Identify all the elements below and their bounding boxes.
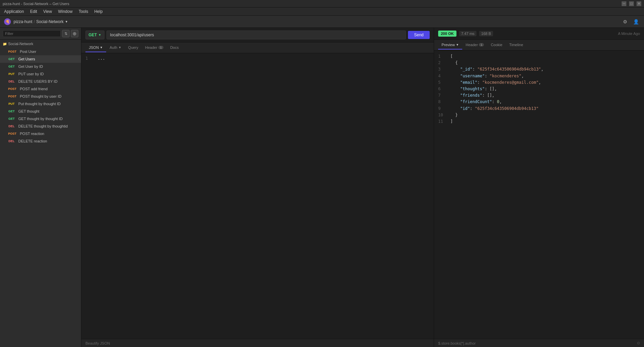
minimize-button[interactable]: ─ bbox=[622, 1, 626, 6]
chevron-down-icon: ▼ bbox=[118, 46, 121, 49]
chevron-down-icon: ▼ bbox=[65, 20, 68, 23]
request-tabs: JSON ▼ Auth ▼ Query Header 1 Docs bbox=[81, 42, 434, 53]
close-button[interactable]: ✕ bbox=[637, 1, 641, 6]
sidebar-item-post-add-friend[interactable]: POST POST add friend bbox=[0, 85, 81, 93]
sidebar: ⇅ ⊕ 📁 Social-Network POST Post User GET … bbox=[0, 28, 81, 347]
title-bar: pizza-hunt - Social-Network – Get Users … bbox=[0, 0, 644, 7]
method-badge-post: POST bbox=[7, 87, 18, 91]
sidebar-item-label: POST add friend bbox=[20, 87, 48, 91]
app-logo: 🍕 bbox=[4, 18, 11, 25]
beautify-json-label[interactable]: Beautify JSON bbox=[85, 341, 110, 345]
add-request-button[interactable]: ⊕ bbox=[71, 30, 78, 37]
sidebar-item-label: PUT user by ID bbox=[18, 72, 44, 76]
json-line: 5 "email": "kocmenderes@gmail.com", bbox=[438, 79, 640, 86]
json-line: 10 } bbox=[438, 112, 640, 118]
sidebar-item-label: DELETE thought by thoughtid bbox=[18, 124, 68, 128]
method-badge-put: PUT bbox=[7, 102, 16, 106]
sidebar-item-post-reaction[interactable]: POST POST reaction bbox=[0, 130, 81, 137]
header-badge: 1 bbox=[479, 43, 484, 46]
json-line: 2 { bbox=[438, 60, 640, 66]
sidebar-item-label: Get Users bbox=[18, 57, 35, 61]
window-controls: ─ □ ✕ bbox=[622, 1, 641, 6]
send-button[interactable]: Send bbox=[408, 31, 430, 39]
request-body-line: 1 ... bbox=[85, 56, 430, 61]
tab-query[interactable]: Query bbox=[125, 43, 142, 52]
top-nav-actions: ⚙ 👤 bbox=[621, 18, 640, 26]
sidebar-section-header[interactable]: 📁 Social-Network bbox=[0, 40, 81, 48]
method-badge-del: DEL bbox=[7, 79, 16, 83]
jq-expression[interactable]: $.store.books[*].author bbox=[438, 341, 476, 345]
sidebar-item-put-thought[interactable]: PUT Put thought by thought ID bbox=[0, 100, 81, 108]
sidebar-section-name: Social-Network bbox=[8, 42, 33, 46]
tab-auth[interactable]: Auth ▼ bbox=[106, 43, 125, 52]
sidebar-item-get-user-by-id[interactable]: GET Get User by ID bbox=[0, 63, 81, 70]
copy-icon[interactable]: ⊙ bbox=[637, 341, 640, 345]
tab-json[interactable]: JSON ▼ bbox=[85, 43, 106, 52]
top-nav: 🍕 pizza-hunt / Social-Network ▼ ⚙ 👤 bbox=[0, 16, 644, 28]
request-bottom-bar: Beautify JSON bbox=[81, 339, 434, 347]
tab-docs[interactable]: Docs bbox=[167, 43, 182, 52]
menu-tools[interactable]: Tools bbox=[76, 8, 91, 15]
menu-bar: Application Edit View Window Tools Help bbox=[0, 7, 644, 16]
sidebar-item-post-user[interactable]: POST Post User bbox=[0, 48, 81, 55]
tab-cookie[interactable]: Cookie bbox=[487, 41, 506, 50]
chevron-down-icon: ▼ bbox=[98, 33, 101, 37]
title-bar-text: pizza-hunt - Social-Network – Get Users bbox=[3, 2, 69, 6]
method-badge-get: GET bbox=[7, 64, 16, 69]
json-line: 11 ] bbox=[438, 118, 640, 125]
menu-edit[interactable]: Edit bbox=[27, 8, 40, 15]
breadcrumb: pizza-hunt / Social-Network ▼ bbox=[14, 19, 68, 24]
user-icon[interactable]: 👤 bbox=[632, 18, 640, 26]
folder-icon: 📁 bbox=[3, 42, 7, 46]
sidebar-item-get-users[interactable]: GET Get Users bbox=[0, 55, 81, 63]
response-bottom-bar: $.store.books[*].author ⊙ bbox=[434, 339, 644, 347]
sidebar-item-label: Put thought by thought ID bbox=[18, 102, 61, 106]
json-line: 8 "friendCount": 0, bbox=[438, 99, 640, 105]
json-line: 4 "username": "kocmenderes", bbox=[438, 73, 640, 79]
sidebar-item-label: GET thought bbox=[18, 109, 39, 113]
chevron-down-icon: ▼ bbox=[456, 43, 459, 46]
method-label: GET bbox=[89, 33, 97, 37]
sidebar-item-delete-reaction[interactable]: DEL DELETE reaction bbox=[0, 137, 81, 145]
sidebar-item-label: Get User by ID bbox=[18, 64, 43, 69]
filter-input[interactable] bbox=[3, 30, 61, 37]
breadcrumb-workspace[interactable]: pizza-hunt bbox=[14, 19, 32, 24]
tab-response-header[interactable]: Header 1 bbox=[462, 41, 487, 50]
sidebar-item-label: DELETE USERS BY ID bbox=[18, 79, 57, 83]
sidebar-item-get-thought[interactable]: GET GET thought bbox=[0, 108, 81, 115]
sidebar-item-label: Post User bbox=[20, 50, 36, 54]
method-selector[interactable]: GET ▼ bbox=[85, 31, 104, 39]
tab-timeline[interactable]: Timeline bbox=[506, 41, 526, 50]
tab-header[interactable]: Header 1 bbox=[142, 43, 167, 52]
method-badge-del: DEL bbox=[7, 124, 16, 128]
sidebar-item-label: POST reaction bbox=[20, 132, 44, 136]
sort-button[interactable]: ⇅ bbox=[62, 30, 70, 37]
sidebar-item-get-thought-by-id[interactable]: GET GET thought by thought ID bbox=[0, 115, 81, 122]
breadcrumb-separator: / bbox=[34, 19, 35, 24]
settings-icon[interactable]: ⚙ bbox=[621, 18, 629, 26]
url-bar: GET ▼ Send bbox=[81, 28, 434, 42]
breadcrumb-collection[interactable]: Social-Network ▼ bbox=[36, 19, 68, 24]
json-line: 7 "friends": [], bbox=[438, 92, 640, 99]
sidebar-item-put-user[interactable]: PUT PUT user by ID bbox=[0, 70, 81, 78]
maximize-button[interactable]: □ bbox=[629, 1, 634, 6]
menu-help[interactable]: Help bbox=[92, 8, 105, 15]
request-body: 1 ... bbox=[81, 53, 434, 339]
method-badge-get: GET bbox=[7, 109, 16, 113]
url-input[interactable] bbox=[106, 31, 406, 39]
method-badge-get: GET bbox=[7, 57, 16, 61]
sidebar-item-delete-users[interactable]: DEL DELETE USERS BY ID bbox=[0, 78, 81, 85]
menu-window[interactable]: Window bbox=[55, 8, 75, 15]
sidebar-top: ⇅ ⊕ bbox=[0, 28, 81, 40]
sidebar-item-delete-thought[interactable]: DEL DELETE thought by thoughtid bbox=[0, 122, 81, 130]
sidebar-item-post-thought[interactable]: POST POST thought by user ID bbox=[0, 93, 81, 100]
response-header: 200 OK 7.47 ms 168 B A Minute Ago bbox=[434, 28, 644, 40]
sidebar-item-label: POST thought by user ID bbox=[20, 94, 62, 98]
menu-view[interactable]: View bbox=[40, 8, 55, 15]
tab-preview[interactable]: Preview ▼ bbox=[438, 41, 462, 50]
response-tabs: Preview ▼ Header 1 Cookie Timeline bbox=[434, 40, 644, 51]
response-size: 168 B bbox=[479, 31, 493, 36]
menu-application[interactable]: Application bbox=[1, 8, 27, 15]
method-badge-post: POST bbox=[7, 132, 18, 136]
header-badge: 1 bbox=[158, 46, 163, 49]
